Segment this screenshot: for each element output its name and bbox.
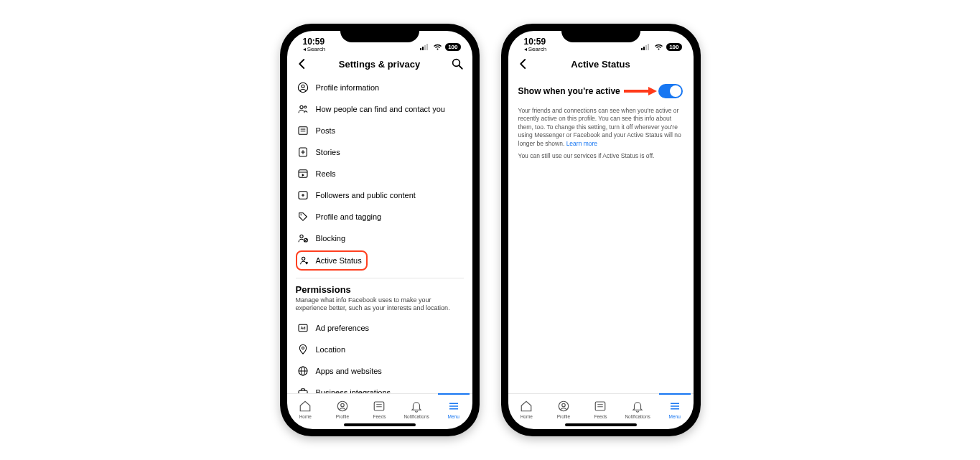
status-left: 10:59 ◂ Search [303, 37, 326, 52]
home-icon [520, 400, 533, 413]
row-label: Apps and websites [316, 367, 382, 375]
tab-label: Notifications [403, 414, 429, 419]
status-back-label: Search [307, 46, 325, 52]
status-back[interactable]: ◂ Search [524, 47, 547, 52]
back-chevron-icon[interactable] [517, 57, 530, 70]
svg-rect-16 [299, 170, 307, 178]
tab-home[interactable]: Home [510, 400, 542, 419]
tab-notifications[interactable]: Notifications [622, 400, 653, 419]
stories-icon [297, 146, 309, 158]
nav-header: Active Status [508, 52, 694, 77]
screen-left: 10:59 ◂ Search 100 Settings & privacy Pr… [287, 31, 472, 429]
row-posts[interactable]: Posts [296, 120, 464, 141]
active-tab-indicator [438, 393, 470, 395]
back-chevron-icon[interactable] [296, 57, 309, 70]
setting-description: Your friends and connections can see whe… [518, 107, 683, 148]
row-followers[interactable]: Followers and public content [296, 184, 464, 206]
home-icon [299, 400, 312, 413]
setting-row-show-active: Show when you're active [517, 77, 685, 104]
tab-notifications[interactable]: Notifications [401, 400, 432, 419]
tab-home[interactable]: Home [289, 400, 321, 419]
row-apps-websites[interactable]: Apps and websites [296, 360, 464, 382]
active-status-toggle[interactable] [658, 84, 683, 98]
screen-right: 10:59 ◂ Search 100 Active Status Show wh… [508, 31, 694, 429]
row-business[interactable]: Business integrations [296, 382, 464, 394]
tab-label: Menu [448, 414, 459, 419]
active-tab-indicator [659, 393, 691, 395]
row-label: Followers and public content [316, 191, 416, 200]
status-bar: 10:59 ◂ Search 100 [287, 31, 472, 52]
row-ad-preferences[interactable]: Ad Ad preferences [296, 317, 464, 339]
svg-point-35 [341, 403, 345, 407]
row-blocking[interactable]: Blocking [296, 227, 464, 249]
svg-rect-1 [422, 47, 424, 50]
row-profile-information[interactable]: Profile information [296, 77, 464, 98]
tab-feeds[interactable]: Feeds [584, 400, 616, 419]
status-time: 10:59 [303, 37, 326, 46]
svg-point-9 [304, 106, 306, 108]
row-active-status-highlighted[interactable]: Active Status [296, 250, 368, 271]
status-time: 10:59 [524, 37, 547, 46]
reels-icon [297, 168, 309, 179]
page-title: Settings & privacy [287, 59, 472, 70]
feeds-icon [373, 400, 386, 413]
svg-text:Ad: Ad [300, 326, 305, 330]
phone-left: 10:59 ◂ Search 100 Settings & privacy Pr… [280, 24, 480, 436]
menu-icon [447, 400, 460, 413]
followers-icon [297, 189, 309, 201]
permissions-title: Permissions [296, 284, 464, 295]
apps-icon [297, 365, 309, 377]
tab-menu[interactable]: Menu [438, 400, 470, 419]
status-back[interactable]: ◂ Search [303, 47, 326, 52]
row-find-contact[interactable]: How people can find and contact you [296, 98, 464, 120]
tab-label: Feeds [594, 414, 607, 419]
tab-label: Home [299, 414, 312, 419]
tab-bar: Home Profile Feeds Notifications Menu [287, 393, 472, 429]
tab-label: Menu [669, 414, 681, 419]
tab-feeds[interactable]: Feeds [363, 400, 395, 419]
permissions-subtitle: Manage what info Facebook uses to make y… [296, 296, 464, 313]
svg-point-22 [299, 235, 302, 238]
settings-list: Profile information How people can find … [287, 77, 472, 393]
tab-bar: Home Profile Feeds Notifications Menu [508, 393, 694, 429]
row-tagging[interactable]: Profile and tagging [296, 206, 464, 227]
learn-more-link[interactable]: Learn more [566, 140, 597, 147]
row-label: Posts [316, 126, 336, 135]
battery-icon: 100 [666, 43, 681, 51]
wifi-icon [654, 44, 663, 50]
setting-label: Show when you're active [518, 86, 620, 96]
menu-icon [668, 400, 681, 413]
tab-profile[interactable]: Profile [327, 400, 358, 419]
svg-rect-44 [645, 45, 647, 50]
tab-menu[interactable]: Menu [659, 400, 691, 419]
svg-rect-3 [426, 44, 428, 50]
svg-line-24 [304, 239, 307, 241]
profile-icon [336, 400, 349, 413]
bell-icon [410, 400, 423, 413]
row-label: Location [316, 345, 346, 354]
row-stories[interactable]: Stories [296, 141, 464, 163]
row-label: Stories [316, 148, 340, 156]
row-label: How people can find and contact you [316, 105, 445, 113]
svg-point-21 [300, 214, 302, 215]
nav-header: Settings & privacy [287, 52, 472, 77]
location-icon [297, 344, 309, 355]
description-text: Your friends and connections can see whe… [518, 107, 681, 147]
tab-label: Home [521, 414, 533, 419]
svg-marker-47 [648, 87, 657, 95]
row-location[interactable]: Location [296, 339, 464, 360]
tab-label: Notifications [625, 414, 650, 419]
svg-rect-45 [648, 44, 649, 50]
tab-profile[interactable]: Profile [548, 400, 579, 419]
row-reels[interactable]: Reels [296, 163, 464, 184]
tab-label: Profile [557, 414, 570, 419]
tab-label: Profile [336, 414, 349, 419]
row-label: Active Status [316, 256, 362, 265]
row-label: Business integrations [316, 388, 391, 394]
search-icon[interactable] [451, 57, 464, 70]
profile-circle-icon [297, 82, 309, 93]
battery-icon: 100 [445, 43, 460, 51]
feeds-icon [594, 400, 607, 413]
svg-point-7 [302, 85, 304, 88]
briefcase-icon [297, 387, 309, 394]
